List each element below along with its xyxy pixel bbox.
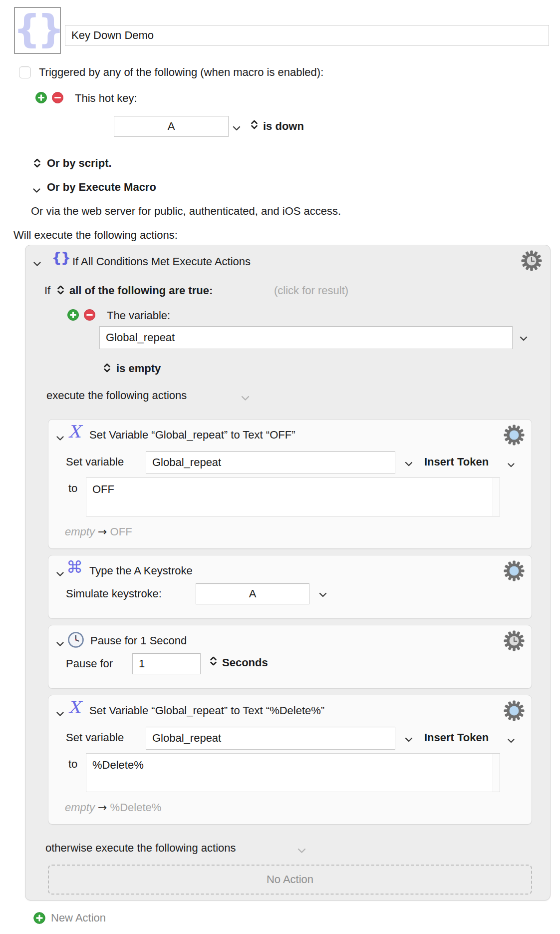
- pause-duration-input[interactable]: [132, 653, 201, 674]
- set-variable-name-input[interactable]: [146, 451, 395, 474]
- condition-variable-input[interactable]: [99, 326, 513, 349]
- action-title: Set Variable “Global_repeat” to Text “%D…: [89, 704, 324, 717]
- or-script-popup-icon[interactable]: [34, 158, 40, 170]
- action-disclosure-chevron-icon[interactable]: [56, 639, 64, 648]
- result-before: empty: [65, 525, 95, 538]
- remove-condition-button[interactable]: [84, 309, 95, 323]
- new-action-plus-icon[interactable]: [33, 912, 45, 926]
- variable-x-icon: X: [68, 422, 80, 442]
- to-text-value: %Delete%: [92, 759, 144, 771]
- action-disclosure-chevron-icon[interactable]: [56, 709, 64, 718]
- or-execute-chevron-icon[interactable]: [33, 186, 40, 195]
- set-variable-name-input[interactable]: [146, 727, 395, 750]
- trigger-header-label: Triggered by any of the following (when …: [39, 66, 323, 79]
- action-set-variable-delete: X Set Variable “Global_repeat” to Text “…: [48, 695, 532, 825]
- condition-variable-chevron-icon[interactable]: [520, 334, 528, 343]
- execute-actions-chevron-icon[interactable]: [241, 394, 250, 403]
- no-action-label: No Action: [267, 873, 313, 886]
- action-gear-icon[interactable]: [504, 560, 525, 583]
- operator-popup-icon[interactable]: [104, 363, 110, 375]
- keystroke-chevron-icon[interactable]: [319, 590, 327, 599]
- to-label: to: [68, 482, 77, 495]
- if-gear-icon[interactable]: [521, 250, 542, 273]
- if-label: If: [44, 284, 50, 297]
- no-action-dropzone[interactable]: No Action: [48, 865, 532, 895]
- otherwise-chevron-icon[interactable]: [297, 847, 306, 856]
- macro-title-input[interactable]: [65, 25, 549, 46]
- new-action-button[interactable]: New Action: [51, 912, 106, 925]
- action-pause: Pause for 1 Second Pause for Seconds: [48, 625, 532, 689]
- variable-name-chevron-icon[interactable]: [405, 460, 413, 468]
- macro-braces-glyph: {}: [13, 6, 61, 51]
- action-disclosure-chevron-icon[interactable]: [56, 569, 64, 578]
- insert-token-chevron-icon[interactable]: [508, 736, 515, 745]
- pause-for-label: Pause for: [66, 657, 113, 670]
- action-gear-icon[interactable]: [504, 425, 525, 448]
- hotkey-chevron-icon[interactable]: [233, 124, 241, 133]
- action-title: Set Variable “Global_repeat” to Text “OF…: [89, 429, 295, 442]
- add-condition-button[interactable]: [67, 309, 79, 323]
- action-title: Pause for 1 Second: [90, 634, 187, 647]
- result-after: %Delete%: [110, 801, 162, 814]
- set-variable-label: Set variable: [66, 456, 124, 468]
- hotkey-state-popup-icon[interactable]: [251, 120, 258, 131]
- action-title: Type the A Keystroke: [89, 564, 193, 577]
- action-disclosure-chevron-icon[interactable]: [56, 434, 64, 443]
- condition-match-label[interactable]: all of the following are true:: [69, 284, 213, 297]
- or-web-server-label: Or via the web server for public, authen…: [31, 205, 341, 218]
- simulate-keystroke-label: Simulate keystroke:: [66, 587, 162, 600]
- variable-name-chevron-icon[interactable]: [405, 735, 413, 744]
- the-variable-label: The variable:: [107, 309, 170, 322]
- macro-editor: {} Triggered by any of the following (wh…: [0, 0, 560, 934]
- action-gear-icon[interactable]: [504, 630, 525, 653]
- execute-actions-label: execute the following actions: [46, 389, 187, 402]
- if-action-group: {} If All Conditions Met Execute Actions…: [25, 245, 551, 901]
- result-arrow-icon: →: [98, 525, 107, 538]
- or-script-label[interactable]: Or by script.: [47, 157, 112, 170]
- action-set-variable-off: X Set Variable “Global_repeat” to Text “…: [48, 419, 532, 549]
- result-after: OFF: [110, 525, 132, 538]
- otherwise-label: otherwise execute the following actions: [45, 842, 236, 855]
- variable-x-icon: X: [68, 697, 80, 717]
- operator-label[interactable]: is empty: [116, 362, 161, 375]
- result-before: empty: [65, 801, 95, 814]
- insert-token-button[interactable]: Insert Token: [424, 731, 489, 744]
- remove-trigger-button[interactable]: [52, 92, 63, 105]
- to-label: to: [68, 758, 77, 771]
- if-action-icon: {}: [51, 249, 70, 266]
- unit-popup-icon[interactable]: [210, 656, 217, 668]
- condition-match-popup-icon[interactable]: [57, 285, 64, 297]
- text-area-scrollbar[interactable]: [493, 478, 500, 516]
- hotkey-state-label[interactable]: is down: [263, 120, 304, 133]
- set-variable-label: Set variable: [66, 731, 124, 744]
- if-action-title: If All Conditions Met Execute Actions: [72, 255, 251, 268]
- command-icon: ⌘: [66, 557, 83, 577]
- if-disclosure-chevron-icon[interactable]: [33, 259, 41, 268]
- action-type-keystroke: ⌘ Type the A Keystroke Simulate keystrok…: [48, 555, 532, 619]
- action-gear-icon[interactable]: [504, 700, 525, 723]
- insert-token-button[interactable]: Insert Token: [424, 456, 489, 468]
- text-area-scrollbar[interactable]: [493, 754, 500, 792]
- to-text-area[interactable]: %Delete%: [86, 753, 500, 792]
- trigger-checkbox[interactable]: [19, 66, 31, 78]
- to-text-area[interactable]: OFF: [86, 477, 500, 516]
- insert-token-chevron-icon[interactable]: [508, 461, 515, 469]
- hotkey-input[interactable]: [114, 116, 229, 137]
- clock-icon: [67, 631, 84, 650]
- or-execute-macro-label[interactable]: Or by Execute Macro: [47, 181, 156, 194]
- to-text-value: OFF: [92, 483, 114, 495]
- click-for-result-hint[interactable]: (click for result): [274, 284, 348, 297]
- hotkey-trigger-label: This hot key:: [75, 92, 137, 105]
- unit-label[interactable]: Seconds: [222, 656, 268, 669]
- will-execute-label: Will execute the following actions:: [13, 229, 178, 242]
- macro-icon[interactable]: {}: [14, 7, 61, 54]
- keystroke-input[interactable]: [196, 583, 309, 604]
- add-trigger-button[interactable]: [35, 92, 47, 105]
- result-arrow-icon: →: [98, 801, 107, 814]
